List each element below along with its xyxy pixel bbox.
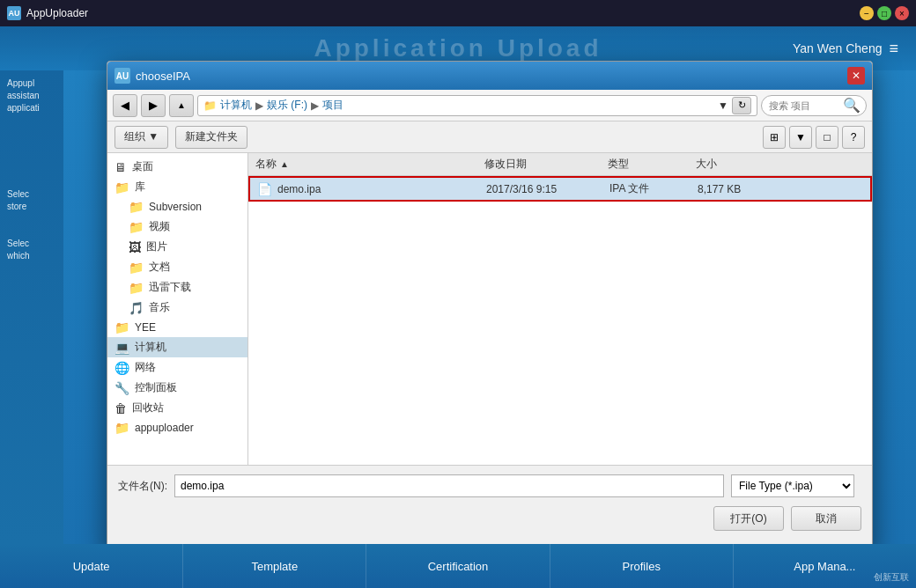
tree-label-xunlei: 迅雷下载 [149, 280, 191, 295]
yee-icon: 📁 [114, 320, 129, 334]
nav-item-profiles[interactable]: Profiles [550, 544, 734, 588]
filetype-select[interactable]: File Type (*.ipa) [731, 474, 854, 497]
footer-row2: 打开(O) 取消 [118, 506, 861, 531]
path-part-2[interactable]: 娱乐 (F:) [267, 98, 307, 113]
tree-label-appuploader: appuploader [135, 422, 194, 434]
nav-item-update[interactable]: Update [0, 544, 183, 588]
col-header-type[interactable]: 类型 [601, 157, 689, 172]
header-watermark: Application Upload [314, 34, 602, 62]
file-size-cell: 8,177 KB [691, 183, 779, 195]
tree-label-computer: 计算机 [135, 340, 166, 355]
organize-label: 组织 ▼ [124, 129, 159, 144]
search-input[interactable] [769, 100, 839, 111]
dialog-toolbar: ◀ ▶ ▲ 📁 计算机 ▶ 娱乐 (F:) ▶ 项目 ▼ ↻ 🔍 [107, 90, 872, 121]
dialog-close-button[interactable]: ✕ [847, 67, 865, 85]
file-list-body: 📄 demo.ipa 2017/3/16 9:15 IPA 文件 8,177 K… [248, 176, 872, 465]
back-button[interactable]: ◀ [113, 94, 137, 117]
nav-item-certification[interactable]: Certification [366, 544, 550, 588]
file-row-demo-ipa[interactable]: 📄 demo.ipa 2017/3/16 9:15 IPA 文件 8,177 K… [248, 176, 872, 202]
nav-label-certification: Certification [428, 560, 489, 573]
tree-item-library[interactable]: 📁 库 [107, 177, 247, 197]
sidebar-text-bottom: Selec store Selec which [7, 188, 56, 262]
col-type-label: 类型 [608, 157, 629, 172]
tree-item-music[interactable]: 🎵 音乐 [107, 298, 247, 318]
tree-item-subversion[interactable]: 📁 Subversion [107, 197, 247, 217]
tree-item-docs[interactable]: 📁 文档 [107, 257, 247, 277]
tree-item-video[interactable]: 📁 视频 [107, 217, 247, 237]
tree-item-images[interactable]: 🖼 图片 [107, 237, 247, 257]
header-user: Yan Wen Cheng ≡ [793, 40, 898, 58]
tree-item-desktop[interactable]: 🖥 桌面 [107, 157, 247, 177]
tree-item-network[interactable]: 🌐 网络 [107, 357, 247, 378]
col-header-date[interactable]: 修改日期 [477, 157, 601, 172]
forward-button[interactable]: ▶ [141, 94, 166, 117]
tree-label-music: 音乐 [149, 300, 170, 315]
video-icon: 📁 [129, 220, 144, 234]
docs-icon: 📁 [129, 261, 144, 275]
new-folder-button[interactable]: 新建文件夹 [175, 126, 247, 149]
nav-item-template[interactable]: Template [183, 544, 366, 588]
file-name-label: demo.ipa [277, 183, 321, 195]
help-button[interactable]: ? [842, 126, 865, 149]
folder-icon: 📁 [203, 99, 217, 112]
close-button[interactable]: × [895, 6, 909, 20]
tree-item-controlpanel[interactable]: 🔧 控制面板 [107, 378, 247, 398]
tree-label-network: 网络 [135, 360, 156, 375]
brand-corner: 创新互联 [874, 571, 909, 584]
library-icon: 📁 [114, 180, 129, 195]
path-part-1[interactable]: 计算机 [220, 98, 252, 113]
col-header-name[interactable]: 名称 ▲ [248, 157, 477, 172]
dialog-footer: 文件名(N): File Type (*.ipa) 打开(O) 取消 [107, 465, 872, 553]
dialog-title-bar: AU chooseIPA ✕ [107, 62, 872, 90]
tree-label-desktop: 桌面 [132, 159, 153, 174]
dropdown-arrow-icon[interactable]: ▼ [718, 99, 728, 112]
tree-item-yee[interactable]: 📁 YEE [107, 318, 247, 337]
col-date-label: 修改日期 [484, 157, 527, 172]
view-buttons: ⊞ ▼ □ ? [763, 126, 865, 149]
tree-item-xunlei[interactable]: 📁 迅雷下载 [107, 277, 247, 298]
desktop-icon: 🖥 [114, 160, 127, 174]
sidebar: Appupl assistan applicati Selec store Se… [0, 70, 63, 544]
controlpanel-icon: 🔧 [114, 381, 129, 395]
minimize-button[interactable]: − [860, 6, 874, 20]
open-button[interactable]: 打开(O) [713, 506, 784, 531]
organize-button[interactable]: 组织 ▼ [114, 126, 168, 149]
bottom-nav: Update Template Certification Profiles A… [0, 544, 916, 588]
view-details-button[interactable]: □ [816, 126, 838, 149]
new-folder-label: 新建文件夹 [185, 129, 238, 144]
nav-label-update: Update [73, 560, 110, 573]
brand-text: 创新互联 [874, 572, 909, 582]
view-dropdown-button[interactable]: ▼ [789, 126, 812, 149]
recycle-icon: 🗑 [114, 401, 127, 415]
dialog-title: chooseIPA [136, 70, 190, 83]
tree-label-docs: 文档 [149, 260, 170, 275]
view-grid-button[interactable]: ⊞ [763, 126, 786, 149]
col-header-size[interactable]: 大小 [689, 157, 777, 172]
computer-icon: 💻 [114, 341, 129, 355]
hamburger-icon[interactable]: ≡ [889, 40, 898, 58]
dialog-actionbar: 组织 ▼ 新建文件夹 ⊞ ▼ □ ? [107, 121, 872, 153]
search-icon: 🔍 [843, 97, 861, 114]
search-area: 🔍 [761, 95, 867, 116]
file-chooser-dialog: AU chooseIPA ✕ ◀ ▶ ▲ 📁 计算机 ▶ 娱乐 (F:) ▶ 项… [107, 61, 873, 554]
col-name-label: 名称 [255, 157, 277, 172]
ipa-file-icon: 📄 [257, 182, 272, 196]
tree-item-recycle[interactable]: 🗑 回收站 [107, 398, 247, 418]
cancel-button[interactable]: 取消 [791, 506, 861, 531]
maximize-button[interactable]: □ [877, 6, 891, 20]
nav-label-appmanager: App Mana... [794, 560, 855, 573]
network-icon: 🌐 [114, 361, 129, 375]
app-icon: AU [7, 6, 21, 20]
nav-label-profiles: Profiles [623, 560, 661, 573]
xunlei-icon: 📁 [129, 281, 144, 295]
filename-input[interactable] [174, 474, 724, 497]
tree-label-controlpanel: 控制面板 [135, 380, 177, 395]
refresh-button[interactable]: ↻ [732, 97, 751, 114]
path-part-3[interactable]: 项目 [322, 98, 344, 113]
tree-item-computer[interactable]: 💻 计算机 [107, 337, 247, 357]
tree-item-appuploader[interactable]: 📁 appuploader [107, 418, 247, 437]
tree-label-video: 视频 [149, 219, 170, 234]
dialog-icon: AU [114, 68, 130, 84]
up-button[interactable]: ▲ [169, 94, 194, 117]
tree-label-images: 图片 [146, 239, 167, 254]
